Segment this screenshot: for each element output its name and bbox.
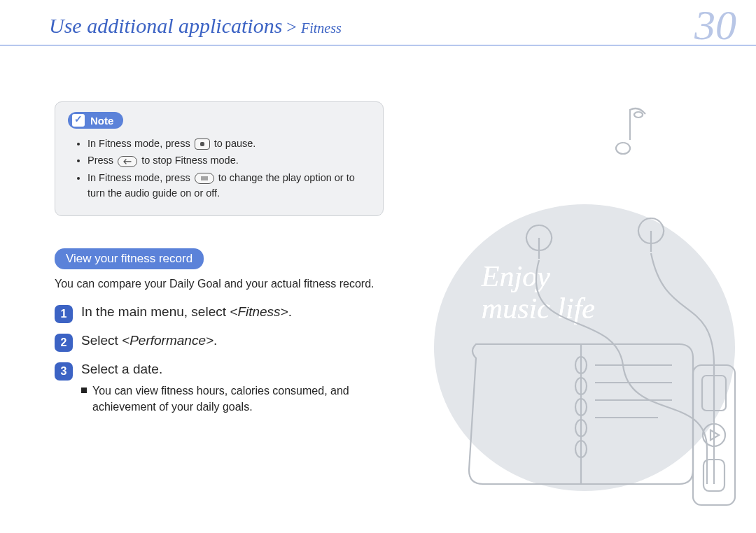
- breadcrumb: Use additional applications > Fitness: [49, 14, 728, 38]
- breadcrumb-sep: >: [286, 17, 297, 38]
- step-list: 1 In the main menu, select <Fitness>. 2 …: [55, 304, 756, 415]
- note-text: to stop Fitness mode.: [141, 155, 239, 166]
- step-pre: Select: [81, 333, 122, 348]
- step-post: .: [288, 304, 292, 319]
- step-item: 1 In the main menu, select <Fitness>.: [55, 304, 756, 323]
- step-text: Select <Performance>.: [81, 333, 217, 348]
- svg-point-3: [575, 420, 587, 436]
- step-text: In the main menu, select <Fitness>.: [81, 304, 292, 320]
- step-number: 3: [55, 362, 73, 381]
- note-item: In Fitness mode, press to pause.: [88, 136, 370, 151]
- step-sub-text: You can view fitness hours, calories con…: [92, 383, 375, 415]
- note-item: In Fitness mode, press to change the pla…: [88, 170, 370, 201]
- note-text: Press: [88, 155, 116, 166]
- step-em: <Fitness>: [230, 304, 288, 319]
- square-button-icon: [195, 138, 210, 150]
- step-sub-item: You can view fitness hours, calories con…: [81, 383, 375, 415]
- section-pill: View your fitness record: [55, 248, 204, 269]
- svg-point-4: [575, 441, 587, 457]
- note-badge: Note: [68, 112, 123, 129]
- step-text: Select a date. You can view fitness hour…: [81, 362, 375, 415]
- note-text: to pause.: [214, 138, 256, 149]
- note-text: In Fitness mode, press: [88, 138, 193, 149]
- svg-rect-8: [704, 460, 724, 491]
- note-item: Press to stop Fitness mode.: [88, 152, 370, 168]
- step-sub-list: You can view fitness hours, calories con…: [81, 383, 375, 415]
- step-pre: Select a date.: [81, 362, 162, 376]
- breadcrumb-sub: Fitness: [301, 20, 342, 36]
- note-list: In Fitness mode, press to pause. Press t…: [68, 136, 370, 201]
- step-pre: In the main menu, select: [81, 304, 230, 319]
- step-post: .: [214, 333, 217, 348]
- step-number: 1: [55, 305, 73, 323]
- svg-point-7: [703, 424, 725, 446]
- step-item: 2 Select <Performance>.: [55, 333, 756, 352]
- note-text: In Fitness mode, press: [88, 172, 193, 183]
- note-box: Note In Fitness mode, press to pause. Pr…: [55, 101, 384, 216]
- breadcrumb-main: Use additional applications: [49, 14, 282, 38]
- back-button-icon: [118, 156, 137, 167]
- check-icon: [72, 114, 85, 127]
- bullet-icon: [81, 388, 87, 393]
- note-badge-label: Note: [90, 115, 113, 127]
- page-header: Use additional applications > Fitness 30: [0, 0, 756, 45]
- page-number: 30: [694, 1, 736, 50]
- step-number: 2: [55, 334, 73, 352]
- music-note-icon: [602, 99, 651, 155]
- menu-button-icon: [195, 173, 214, 184]
- step-item: 3 Select a date. You can view fitness ho…: [55, 362, 756, 415]
- step-em: <Performance>: [122, 333, 214, 348]
- section-intro: You can compare your Daily Goal and your…: [55, 278, 756, 290]
